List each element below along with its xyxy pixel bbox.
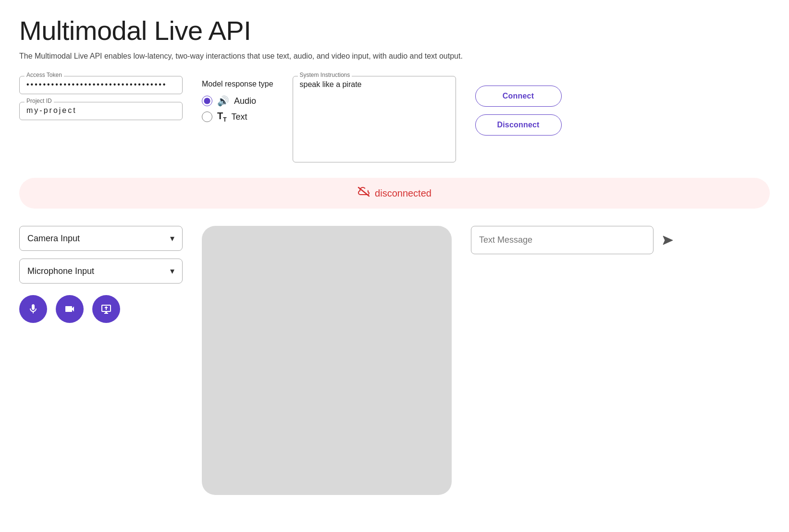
- project-id-field: Project ID: [19, 102, 183, 120]
- access-token-label: Access Token: [25, 72, 64, 78]
- access-token-input[interactable]: [26, 80, 175, 89]
- video-preview-area: [202, 226, 452, 495]
- disconnect-button[interactable]: Disconnect: [475, 114, 562, 136]
- audio-label: Audio: [234, 96, 256, 106]
- config-left: Access Token Project ID: [19, 76, 183, 120]
- audio-icon: 🔊: [217, 95, 229, 107]
- audio-radio-option[interactable]: 🔊 Audio: [202, 95, 273, 107]
- camera-select[interactable]: Camera Input Default Camera Back Camera: [27, 234, 170, 243]
- system-instructions-label: System Instructions: [298, 72, 352, 78]
- audio-radio[interactable]: [202, 96, 212, 106]
- microphone-chevron-down-icon: ▾: [170, 266, 174, 276]
- camera-select-wrap[interactable]: Camera Input Default Camera Back Camera …: [19, 226, 183, 251]
- camera-chevron-down-icon: ▾: [170, 233, 174, 244]
- text-format-icon: TT: [217, 111, 227, 123]
- system-instructions-field: System Instructions speak like a pirate: [293, 76, 456, 162]
- page-subtitle: The Multimodal Live API enables low-late…: [19, 52, 770, 61]
- status-text: disconnected: [375, 188, 431, 199]
- microphone-select-wrap[interactable]: Microphone Input Default Microphone ▾: [19, 259, 183, 284]
- text-message-area: [471, 226, 770, 254]
- system-instructions-input[interactable]: speak like a pirate: [300, 80, 449, 151]
- access-token-field: Access Token: [19, 76, 183, 94]
- microphone-select[interactable]: Microphone Input Default Microphone: [27, 266, 170, 276]
- bottom-section: Camera Input Default Camera Back Camera …: [19, 226, 770, 495]
- camera-button[interactable]: [56, 295, 84, 323]
- cloud-off-icon: [358, 186, 370, 200]
- status-bar: disconnected: [19, 178, 770, 209]
- page-title: Multimodal Live API: [19, 15, 770, 46]
- config-row: Access Token Project ID Model response t…: [19, 76, 770, 162]
- project-id-label: Project ID: [25, 98, 54, 104]
- text-label: Text: [232, 112, 247, 122]
- svg-marker-0: [663, 236, 673, 245]
- send-button[interactable]: [660, 233, 675, 247]
- model-response-title: Model response type: [202, 80, 273, 88]
- left-controls: Camera Input Default Camera Back Camera …: [19, 226, 183, 323]
- action-buttons-group: [19, 295, 183, 323]
- project-id-input[interactable]: [26, 106, 175, 115]
- screen-share-button[interactable]: [92, 295, 120, 323]
- text-radio[interactable]: [202, 111, 212, 122]
- model-response-section: Model response type 🔊 Audio TT Text: [202, 76, 273, 123]
- connect-buttons-group: Connect Disconnect: [475, 76, 562, 136]
- connect-button[interactable]: Connect: [475, 86, 562, 107]
- text-message-input[interactable]: [471, 226, 653, 254]
- microphone-button[interactable]: [19, 295, 47, 323]
- text-radio-option[interactable]: TT Text: [202, 111, 273, 123]
